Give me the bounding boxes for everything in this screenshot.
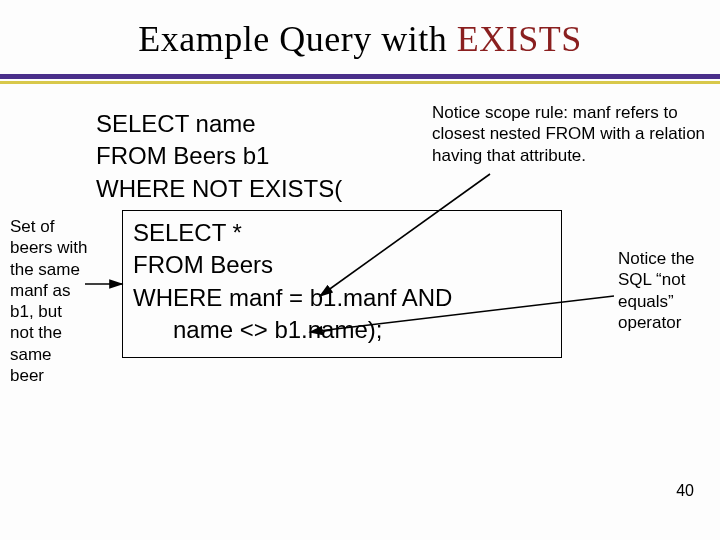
slide: Example Query with EXISTS SELECT name FR… bbox=[0, 0, 720, 540]
sql-subquery-box: SELECT * FROM Beers WHERE manf = b1.manf… bbox=[122, 210, 562, 358]
title-keyword: EXISTS bbox=[457, 19, 582, 59]
sql-line: WHERE NOT EXISTS( bbox=[96, 173, 342, 205]
annotation-not-equals: Notice the SQL “not equals” operator bbox=[618, 248, 714, 333]
rule-top bbox=[0, 74, 720, 79]
annotation-set-of-beers: Set of beers with the same manf as b1, b… bbox=[10, 216, 90, 386]
title-rule bbox=[0, 74, 720, 84]
sql-line: SELECT * bbox=[133, 217, 551, 249]
sql-line: FROM Beers bbox=[133, 249, 551, 281]
sql-outer-query: SELECT name FROM Beers b1 WHERE NOT EXIS… bbox=[96, 108, 342, 205]
sql-line: WHERE manf = b1.manf AND bbox=[133, 282, 551, 314]
annotation-scope-rule: Notice scope rule: manf refers to closes… bbox=[432, 102, 712, 166]
slide-title: Example Query with EXISTS bbox=[0, 0, 720, 60]
sql-line: FROM Beers b1 bbox=[96, 140, 342, 172]
sql-line: SELECT name bbox=[96, 108, 342, 140]
sql-line: name <> b1.name); bbox=[133, 314, 551, 346]
page-number: 40 bbox=[676, 482, 694, 500]
title-pre: Example Query with bbox=[138, 19, 456, 59]
slide-body: SELECT name FROM Beers b1 WHERE NOT EXIS… bbox=[0, 84, 720, 514]
